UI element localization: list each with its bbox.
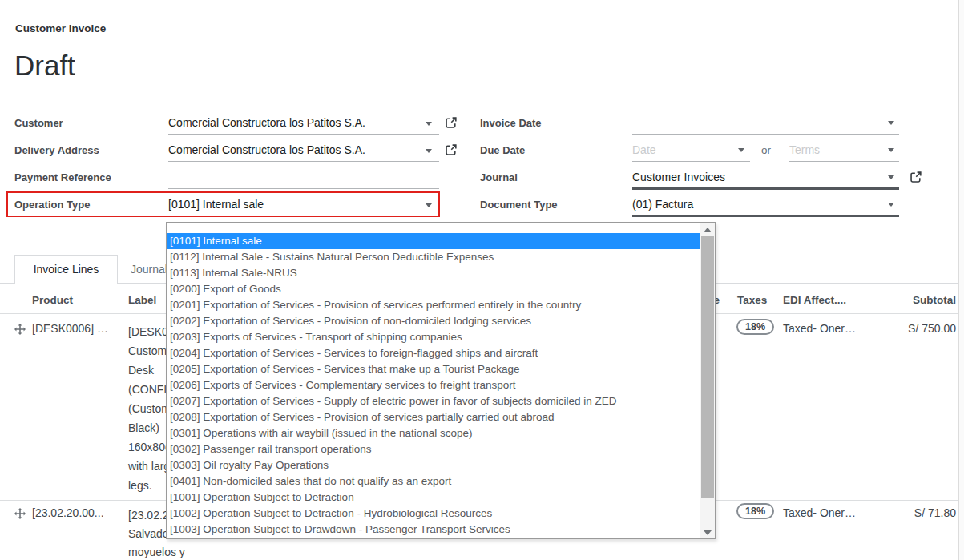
dropdown-option[interactable]: [0208] Exportation of Services - Provisi… bbox=[167, 409, 700, 425]
operation-type-highlight-box bbox=[6, 191, 440, 217]
cell-subtotal: S/ 71.80 bbox=[849, 506, 956, 519]
customer-field[interactable]: Comercial Constructora los Patitos S.A. bbox=[168, 116, 365, 129]
tab-invoice-lines[interactable]: Invoice Lines bbox=[14, 255, 118, 284]
cell-product[interactable]: [DESK0006] … bbox=[32, 322, 108, 335]
cell-edi-affectation[interactable]: Taxed- Oner… bbox=[783, 322, 856, 335]
chevron-down-icon[interactable] bbox=[888, 175, 894, 179]
chevron-down-icon[interactable] bbox=[888, 203, 894, 207]
dropdown-option[interactable]: [0200] Export of Goods bbox=[167, 281, 700, 297]
due-date-terms-input[interactable]: Terms bbox=[789, 143, 820, 156]
drag-handle-icon[interactable] bbox=[14, 324, 26, 335]
dropdown-option[interactable]: [0204] Exportation of Services - Service… bbox=[167, 345, 700, 361]
chevron-down-icon[interactable] bbox=[738, 148, 744, 152]
or-separator: or bbox=[761, 144, 771, 156]
payment-reference-label: Payment Reference bbox=[14, 171, 111, 183]
payment-reference-field-underline bbox=[168, 188, 439, 189]
column-header-subtotal[interactable]: Subtotal bbox=[849, 294, 956, 306]
chevron-down-icon[interactable] bbox=[888, 148, 894, 152]
chevron-down-icon[interactable] bbox=[426, 122, 432, 126]
invoice-date-field-underline bbox=[632, 134, 899, 135]
journal-label: Journal bbox=[480, 171, 518, 183]
column-header-taxes[interactable]: Taxes bbox=[737, 294, 767, 306]
invoice-form-screen: Customer Invoice Draft Customer Comercia… bbox=[0, 0, 964, 560]
document-type-label: Document Type bbox=[480, 199, 558, 211]
tax-tag[interactable]: 18% bbox=[736, 319, 774, 335]
chevron-down-icon[interactable] bbox=[888, 121, 894, 125]
triangle-up-icon bbox=[704, 228, 712, 232]
delivery-address-field-underline bbox=[168, 161, 439, 162]
cell-subtotal: S/ 750.00 bbox=[849, 322, 956, 335]
column-header-label[interactable]: Label bbox=[128, 294, 156, 306]
scroll-up-button[interactable] bbox=[700, 223, 715, 236]
dropdown-scrollbar[interactable] bbox=[700, 223, 715, 538]
triangle-down-icon bbox=[704, 530, 712, 535]
customer-label: Customer bbox=[14, 117, 63, 129]
scroll-down-button[interactable] bbox=[700, 526, 715, 538]
journal-field-underline bbox=[632, 187, 899, 190]
dropdown-option[interactable]: [0201] Exportation of Services - Provisi… bbox=[167, 297, 700, 313]
drag-handle-icon[interactable] bbox=[14, 508, 26, 519]
document-type-field-underline bbox=[632, 215, 899, 217]
dropdown-option[interactable]: [0202] Exportation of Services - Provisi… bbox=[167, 313, 700, 329]
due-date-date-input[interactable]: Date bbox=[632, 143, 656, 156]
invoice-date-label: Invoice Date bbox=[480, 117, 542, 129]
due-date-terms-underline bbox=[789, 161, 899, 162]
cell-edi-affectation[interactable]: Taxed- Oner… bbox=[783, 506, 856, 519]
dropdown-option[interactable]: [0101] Internal sale bbox=[167, 233, 700, 249]
journal-field[interactable]: Customer Invoices bbox=[632, 171, 725, 183]
operation-type-dropdown: [0101] Internal sale [0112] Internal Sal… bbox=[166, 222, 716, 539]
chevron-down-icon[interactable] bbox=[426, 149, 432, 153]
dropdown-option[interactable]: [0113] Internal Sale-NRUS bbox=[167, 265, 700, 281]
due-date-label: Due Date bbox=[480, 144, 525, 156]
scrollbar-thumb[interactable] bbox=[701, 236, 714, 498]
dropdown-option[interactable]: [1002] Operation Subject to Detraction -… bbox=[167, 506, 700, 522]
dropdown-option[interactable]: [1001] Operation Subject to Detraction bbox=[167, 489, 700, 506]
column-header-product[interactable]: Product bbox=[32, 294, 73, 306]
dropdown-option[interactable]: [0301] Operations with air waybill (issu… bbox=[167, 425, 700, 441]
customer-field-underline bbox=[168, 134, 439, 135]
dropdown-option[interactable]: [0207] Exportation of Services - Supply … bbox=[167, 393, 700, 409]
external-link-icon[interactable] bbox=[910, 171, 922, 183]
column-header-edi[interactable]: EDI Affect.... bbox=[783, 294, 846, 306]
due-date-date-underline bbox=[632, 161, 750, 162]
dropdown-option[interactable]: [1003] Operation Subject to Drawdown - P… bbox=[167, 522, 700, 538]
dropdown-option[interactable]: [0401] Non-domiciled sales that do not q… bbox=[167, 473, 700, 489]
dropdown-option[interactable]: [0206] Exports of Services - Complementa… bbox=[167, 377, 700, 393]
cell-product[interactable]: [23.02.20.00... bbox=[32, 506, 104, 519]
delivery-address-field[interactable]: Comercial Constructora los Patitos S.A. bbox=[168, 143, 365, 156]
page-title: Draft bbox=[14, 50, 75, 82]
dropdown-option[interactable]: [0303] Oil royalty Pay Operations bbox=[167, 457, 700, 473]
dropdown-option-list: [0101] Internal sale [0112] Internal Sal… bbox=[167, 223, 700, 538]
dropdown-option[interactable]: [0112] Internal Sale - Sustains Natural … bbox=[167, 249, 700, 265]
page-scrollbar-track[interactable] bbox=[958, 0, 964, 560]
document-type-breadcrumb: Customer Invoice bbox=[15, 22, 106, 34]
dropdown-option[interactable]: [0205] Exportation of Services - Service… bbox=[167, 361, 700, 377]
delivery-address-label: Delivery Address bbox=[14, 144, 99, 156]
external-link-icon[interactable] bbox=[445, 143, 458, 156]
document-type-field[interactable]: (01) Factura bbox=[632, 198, 693, 211]
dropdown-option[interactable]: [0203] Exports of Services - Transport o… bbox=[167, 329, 700, 345]
tax-tag[interactable]: 18% bbox=[736, 503, 774, 519]
dropdown-option[interactable]: [0302] Passenger rail transport operatio… bbox=[167, 441, 700, 457]
external-link-icon[interactable] bbox=[445, 116, 458, 129]
